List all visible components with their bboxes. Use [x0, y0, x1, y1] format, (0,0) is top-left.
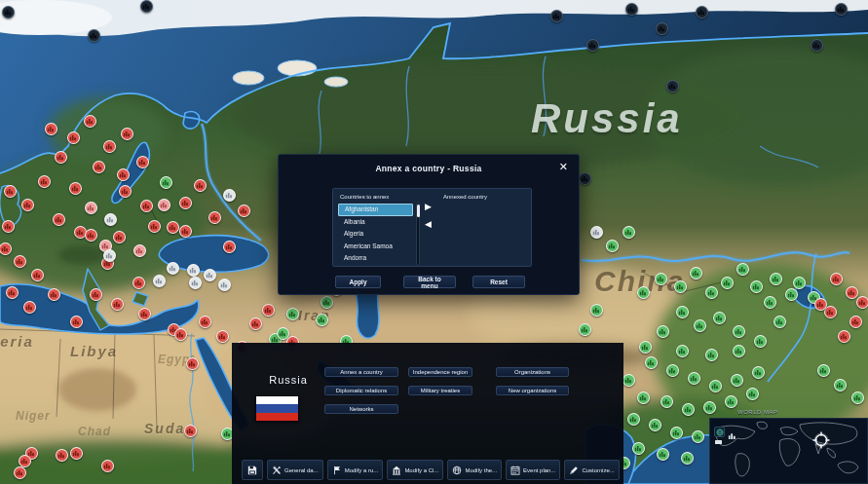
city-icon[interactable]: [101, 460, 114, 472]
city-icon[interactable]: [88, 29, 100, 42]
city-icon[interactable]: [849, 316, 862, 328]
city-icon[interactable]: [158, 199, 170, 211]
city-icon[interactable]: [579, 323, 591, 336]
city-icon[interactable]: [750, 280, 763, 293]
city-icon[interactable]: [85, 229, 97, 242]
city-icon[interactable]: [286, 308, 299, 320]
save-button[interactable]: [242, 460, 263, 480]
city-icon[interactable]: [53, 213, 65, 226]
new-organizations-button[interactable]: New organizations: [496, 386, 569, 395]
event-planner-button[interactable]: Event plan...: [506, 460, 560, 480]
city-icon[interactable]: [113, 231, 126, 243]
city-icon[interactable]: [657, 325, 669, 338]
city-icon[interactable]: [627, 413, 640, 426]
city-icon[interactable]: [204, 269, 216, 281]
city-icon[interactable]: [21, 199, 34, 211]
city-icon[interactable]: [174, 328, 187, 341]
country-list-item[interactable]: American Samoa: [338, 241, 413, 253]
city-icon[interactable]: [645, 356, 658, 369]
city-icon[interactable]: [132, 277, 145, 289]
city-icon[interactable]: [14, 466, 26, 479]
city-icon[interactable]: [67, 131, 80, 144]
city-icon[interactable]: [632, 442, 645, 455]
city-icon[interactable]: [655, 273, 667, 285]
annex-a-country-button[interactable]: Annex a country: [324, 367, 398, 377]
city-icon[interactable]: [140, 0, 153, 13]
city-icon[interactable]: [216, 330, 229, 343]
city-icon[interactable]: [713, 312, 726, 324]
city-icon[interactable]: [111, 298, 124, 311]
city-icon[interactable]: [186, 357, 199, 370]
city-icon[interactable]: [676, 306, 689, 318]
city-icon[interactable]: [85, 202, 97, 214]
city-icon[interactable]: [90, 288, 102, 301]
city-icon[interactable]: [55, 151, 67, 164]
back-to-menu-button[interactable]: Back to menu: [403, 276, 456, 288]
city-icon[interactable]: [682, 403, 695, 416]
city-icon[interactable]: [606, 240, 619, 252]
city-icon[interactable]: [666, 364, 679, 377]
military-treaties-button[interactable]: Military treaties: [408, 386, 472, 395]
city-icon[interactable]: [838, 330, 850, 343]
city-icon[interactable]: [199, 316, 211, 328]
city-icon[interactable]: [660, 395, 673, 408]
city-icon[interactable]: [764, 296, 776, 309]
modify-city-button[interactable]: Modify a Ci...: [387, 460, 443, 480]
city-icon[interactable]: [104, 213, 117, 226]
general-data-button[interactable]: General da...: [267, 460, 323, 480]
independence-region-button[interactable]: Independence region: [408, 367, 472, 377]
country-list-item[interactable]: Afghanistan: [338, 204, 413, 216]
city-icon[interactable]: [625, 3, 638, 16]
city-icon[interactable]: [856, 296, 868, 309]
country-list-item[interactable]: Albania: [338, 216, 413, 229]
apply-button[interactable]: Apply: [335, 276, 381, 288]
city-icon[interactable]: [208, 211, 221, 224]
city-icon[interactable]: [38, 175, 51, 188]
city-icon[interactable]: [846, 286, 858, 299]
city-icon[interactable]: [649, 419, 661, 431]
city-icon[interactable]: [238, 205, 250, 217]
city-icon[interactable]: [0, 242, 12, 255]
city-icon[interactable]: [148, 220, 161, 233]
city-icon[interactable]: [752, 366, 765, 379]
city-icon[interactable]: [70, 316, 83, 328]
city-icon[interactable]: [223, 189, 236, 202]
city-icon[interactable]: [811, 39, 823, 52]
city-icon[interactable]: [676, 345, 689, 357]
move-right-icon[interactable]: ▶: [425, 202, 432, 211]
city-icon[interactable]: [187, 264, 200, 277]
country-list-scrollbar[interactable]: [416, 203, 420, 266]
city-icon[interactable]: [140, 200, 153, 212]
city-icon[interactable]: [721, 277, 734, 289]
city-icon[interactable]: [681, 452, 694, 465]
city-icon[interactable]: [656, 22, 668, 35]
city-icon[interactable]: [184, 425, 197, 437]
city-icon[interactable]: [69, 182, 82, 195]
city-icon[interactable]: [725, 395, 737, 408]
city-icon[interactable]: [48, 288, 60, 301]
city-icon[interactable]: [117, 168, 130, 181]
country-list-item[interactable]: Andorra: [338, 252, 413, 265]
city-icon[interactable]: [218, 279, 231, 291]
city-icon[interactable]: [316, 314, 328, 326]
city-icon[interactable]: [736, 263, 749, 276]
city-icon[interactable]: [814, 298, 827, 311]
city-icon[interactable]: [249, 317, 262, 330]
move-left-icon[interactable]: ◀: [425, 219, 432, 229]
minimap-building-icon[interactable]: [728, 427, 736, 435]
city-icon[interactable]: [194, 179, 207, 192]
city-icon[interactable]: [31, 269, 44, 281]
city-icon[interactable]: [167, 221, 179, 234]
city-icon[interactable]: [56, 449, 68, 462]
city-icon[interactable]: [705, 286, 718, 299]
city-icon[interactable]: [637, 286, 650, 299]
diplomatic-relations-button[interactable]: Diplomatic relations: [324, 386, 398, 395]
city-icon[interactable]: [14, 255, 26, 268]
city-icon[interactable]: [153, 275, 166, 287]
city-icon[interactable]: [746, 388, 759, 400]
city-icon[interactable]: [733, 345, 745, 357]
city-icon[interactable]: [189, 277, 202, 289]
city-icon[interactable]: [223, 241, 236, 253]
scrollbar-thumb[interactable]: [417, 205, 420, 217]
city-icon[interactable]: [733, 325, 745, 338]
